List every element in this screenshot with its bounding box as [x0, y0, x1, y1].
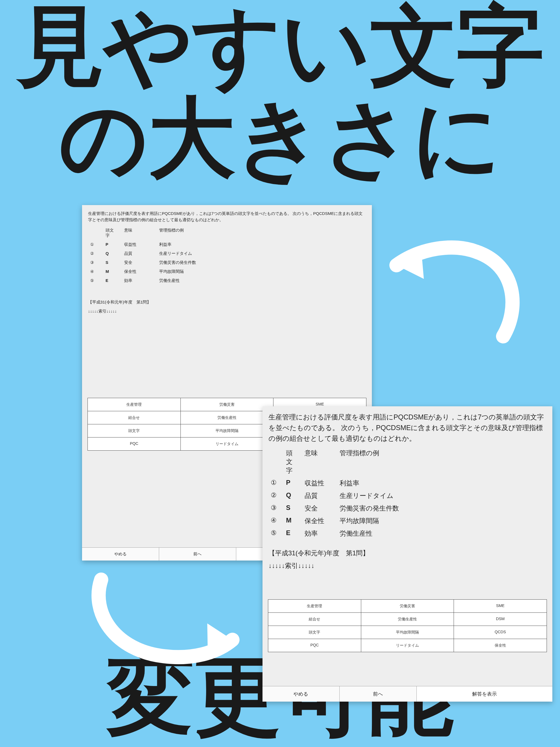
option-row[interactable]: ① P 収益性 利益率 [271, 479, 546, 488]
col-letter: 頭文字 [105, 228, 117, 238]
tag-cell[interactable]: DSM [454, 613, 547, 626]
index-marker: ↓↓↓↓↓索引↓↓↓↓↓ [88, 309, 366, 314]
question-text: 生産管理における評価尺度を表す用語にPQCDSMEがあり，これは7つの英単語の頭… [269, 412, 546, 444]
option-row[interactable]: ① P 収益性 利益率 [90, 242, 366, 247]
headline-line1: 見やすい文字 [17, 0, 543, 95]
question-source: 【平成31(令和元年)年度 第1問】 [88, 300, 366, 305]
tag-cell[interactable]: 頭文字 [88, 424, 181, 437]
option-row[interactable]: ⑤ E 効率 労働生産性 [90, 278, 366, 283]
option-row[interactable]: ② Q 品質 生産リードタイム [271, 491, 546, 500]
options-table: 頭文字 意味 管理指標の例 ① P 収益性 利益率 ② Q 品質 生産リードタイ… [271, 449, 546, 538]
promo-headline-top: 見やすい文字 の大きさに [0, 0, 560, 184]
col-letter: 頭文字 [286, 449, 297, 475]
tag-cell[interactable]: PQC [88, 437, 181, 450]
col-meaning: 意味 [124, 228, 152, 238]
tag-cell[interactable]: 平均故障間隔 [361, 626, 454, 639]
option-row[interactable]: ⑤ E 効率 労働生産性 [271, 529, 546, 538]
arrow-top-icon [372, 232, 525, 347]
question-area: 生産管理における評価尺度を表す用語にPQCDSMEがあり，これは7つの英単語の頭… [262, 406, 552, 578]
quit-button[interactable]: やめる [262, 686, 339, 702]
tag-cell[interactable]: 保全性 [454, 639, 547, 652]
bottom-button-bar: やめる 前へ 解答を表示 [262, 686, 552, 702]
option-row[interactable]: ③ S 安全 労働災害の発生件数 [271, 504, 546, 513]
prev-button[interactable]: 前へ [159, 548, 236, 561]
question-text: 生産管理における評価尺度を表す用語にPQCDSMEがあり，これは7つの英単語の頭… [88, 210, 366, 223]
tag-cell[interactable]: 労働生産性 [361, 613, 454, 626]
tag-cell[interactable]: リードタイム [361, 639, 454, 652]
tag-cell[interactable]: 平均故障間隔 [181, 424, 274, 437]
question-area: 生産管理における評価尺度を表す用語にPQCDSMEがあり，これは7つの英単語の頭… [82, 205, 372, 321]
tag-cell[interactable]: 組合せ [88, 411, 181, 424]
tag-cell[interactable]: 労働災害 [181, 398, 274, 411]
tag-cell[interactable]: 頭文字 [268, 626, 361, 639]
question-meta: 【平成31(令和元年)年度 第1問】 ↓↓↓↓↓索引↓↓↓↓↓ [88, 300, 366, 314]
options-table: 頭文字 意味 管理指標の例 ① P 収益性 利益率 ② Q 品質 生産リードタイ… [90, 228, 366, 283]
tag-cell[interactable]: QCDS [454, 626, 547, 639]
option-row[interactable]: ④ M 保全性 平均故障間隔 [90, 269, 366, 274]
col-example: 管理指標の例 [339, 449, 546, 475]
question-source: 【平成31(令和元年)年度 第1問】 [269, 549, 546, 558]
app-screenshot-large: 生産管理における評価尺度を表す用語にPQCDSMEがあり，これは7つの英単語の頭… [262, 406, 552, 702]
options-header: 頭文字 意味 管理指標の例 [90, 228, 366, 238]
tag-cell[interactable]: SME [454, 600, 547, 613]
col-meaning: 意味 [305, 449, 332, 475]
tag-grid: 生産管理 労働災害 SME 組合せ 労働生産性 DSM 頭文字 平均故障間隔 Q… [268, 599, 547, 652]
headline-line2: の大きさに [59, 89, 501, 187]
tag-cell[interactable]: 生産管理 [268, 600, 361, 613]
prev-button[interactable]: 前へ [339, 686, 417, 702]
show-answer-button[interactable]: 解答を表示 [417, 686, 552, 702]
quit-button[interactable]: やめる [82, 548, 159, 561]
tag-cell[interactable]: 生産管理 [88, 398, 181, 411]
options-header: 頭文字 意味 管理指標の例 [271, 449, 546, 475]
index-marker: ↓↓↓↓↓索引↓↓↓↓↓ [269, 561, 546, 570]
tag-cell[interactable]: 労働生産性 [181, 411, 274, 424]
question-meta: 【平成31(令和元年)年度 第1問】 ↓↓↓↓↓索引↓↓↓↓↓ [269, 549, 546, 570]
option-row[interactable]: ③ S 安全 労働災害の発生件数 [90, 260, 366, 265]
svg-marker-0 [397, 248, 424, 279]
tag-cell[interactable]: 労働災害 [361, 600, 454, 613]
tag-cell[interactable]: リードタイム [181, 437, 274, 450]
tag-cell[interactable]: PQC [268, 639, 361, 652]
option-row[interactable]: ② Q 品質 生産リードタイム [90, 251, 366, 256]
col-example: 管理指標の例 [159, 228, 366, 238]
tag-cell[interactable]: 組合せ [268, 613, 361, 626]
option-row[interactable]: ④ M 保全性 平均故障間隔 [271, 516, 546, 525]
